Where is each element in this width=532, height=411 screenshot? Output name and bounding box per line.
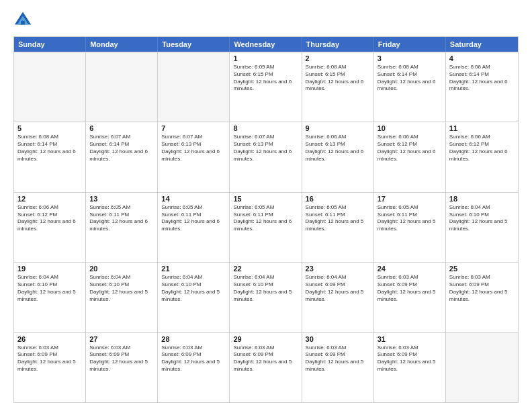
day-number: 23 [306,265,370,273]
calendar-cell [158,52,230,122]
weekday-header: Thursday [302,37,374,52]
day-number: 3 [378,54,442,62]
calendar-cell: 21Sunrise: 6:04 AM Sunset: 6:10 PM Dayli… [158,263,230,332]
calendar-cell: 30Sunrise: 6:03 AM Sunset: 6:09 PM Dayli… [302,333,374,402]
calendar-body: 1Sunrise: 6:09 AM Sunset: 6:15 PM Daylig… [14,52,518,402]
calendar-row: 12Sunrise: 6:06 AM Sunset: 6:12 PM Dayli… [14,192,518,262]
cell-info: Sunrise: 6:05 AM Sunset: 6:11 PM Dayligh… [233,204,298,233]
cell-info: Sunrise: 6:07 AM Sunset: 6:13 PM Dayligh… [233,134,298,163]
day-number: 27 [89,335,154,343]
calendar-cell: 11Sunrise: 6:06 AM Sunset: 6:12 PM Dayli… [446,122,518,191]
day-number: 16 [306,195,370,203]
calendar-cell: 16Sunrise: 6:05 AM Sunset: 6:11 PM Dayli… [302,193,374,262]
svg-rect-2 [21,21,25,25]
cell-info: Sunrise: 6:04 AM Sunset: 6:10 PM Dayligh… [161,274,226,303]
calendar-cell: 6Sunrise: 6:07 AM Sunset: 6:14 PM Daylig… [86,122,158,191]
cell-info: Sunrise: 6:05 AM Sunset: 6:11 PM Dayligh… [306,204,370,233]
cell-info: Sunrise: 6:04 AM Sunset: 6:10 PM Dayligh… [89,274,154,303]
calendar-cell: 18Sunrise: 6:04 AM Sunset: 6:10 PM Dayli… [446,193,518,262]
cell-info: Sunrise: 6:03 AM Sunset: 6:09 PM Dayligh… [89,345,154,373]
weekday-header: Tuesday [158,37,230,52]
day-number: 17 [378,195,442,203]
cell-info: Sunrise: 6:03 AM Sunset: 6:09 PM Dayligh… [161,345,226,373]
calendar-cell: 17Sunrise: 6:05 AM Sunset: 6:11 PM Dayli… [374,193,446,262]
day-number: 15 [233,195,298,203]
calendar-cell: 4Sunrise: 6:08 AM Sunset: 6:14 PM Daylig… [446,52,518,122]
calendar-row: 1Sunrise: 6:09 AM Sunset: 6:15 PM Daylig… [14,52,518,122]
day-number: 6 [89,124,154,132]
cell-info: Sunrise: 6:04 AM Sunset: 6:10 PM Dayligh… [233,274,298,303]
day-number: 7 [161,124,226,132]
cell-info: Sunrise: 6:05 AM Sunset: 6:11 PM Dayligh… [161,204,226,233]
day-number: 2 [306,54,370,62]
cell-info: Sunrise: 6:08 AM Sunset: 6:14 PM Dayligh… [449,64,515,93]
calendar-cell: 15Sunrise: 6:05 AM Sunset: 6:11 PM Dayli… [230,193,302,262]
calendar-cell: 23Sunrise: 6:04 AM Sunset: 6:09 PM Dayli… [302,263,374,332]
calendar-cell: 13Sunrise: 6:05 AM Sunset: 6:11 PM Dayli… [86,193,158,262]
calendar-cell: 7Sunrise: 6:07 AM Sunset: 6:13 PM Daylig… [158,122,230,191]
cell-info: Sunrise: 6:07 AM Sunset: 6:14 PM Dayligh… [89,134,154,163]
cell-info: Sunrise: 6:06 AM Sunset: 6:12 PM Dayligh… [378,134,442,163]
cell-info: Sunrise: 6:08 AM Sunset: 6:14 PM Dayligh… [17,134,82,163]
day-number: 30 [306,335,370,343]
day-number: 9 [306,124,370,132]
calendar-cell: 5Sunrise: 6:08 AM Sunset: 6:14 PM Daylig… [14,122,86,191]
calendar-cell: 19Sunrise: 6:04 AM Sunset: 6:10 PM Dayli… [14,263,86,332]
day-number: 20 [89,265,154,273]
calendar-row: 26Sunrise: 6:03 AM Sunset: 6:09 PM Dayli… [14,332,518,402]
day-number: 28 [161,335,226,343]
cell-info: Sunrise: 6:04 AM Sunset: 6:09 PM Dayligh… [306,274,370,303]
cell-info: Sunrise: 6:08 AM Sunset: 6:14 PM Dayligh… [378,64,442,93]
cell-info: Sunrise: 6:03 AM Sunset: 6:09 PM Dayligh… [378,274,442,303]
day-number: 14 [161,195,226,203]
cell-info: Sunrise: 6:03 AM Sunset: 6:09 PM Dayligh… [17,345,82,373]
calendar-cell: 10Sunrise: 6:06 AM Sunset: 6:12 PM Dayli… [374,122,446,191]
calendar-cell: 3Sunrise: 6:08 AM Sunset: 6:14 PM Daylig… [374,52,446,122]
calendar-cell: 8Sunrise: 6:07 AM Sunset: 6:13 PM Daylig… [230,122,302,191]
calendar-cell: 29Sunrise: 6:03 AM Sunset: 6:09 PM Dayli… [230,333,302,402]
calendar-cell: 14Sunrise: 6:05 AM Sunset: 6:11 PM Dayli… [158,193,230,262]
weekday-header: Monday [86,37,158,52]
cell-info: Sunrise: 6:05 AM Sunset: 6:11 PM Dayligh… [378,204,442,233]
calendar-cell: 20Sunrise: 6:04 AM Sunset: 6:10 PM Dayli… [86,263,158,332]
weekday-header: Friday [374,37,446,52]
day-number: 10 [378,124,442,132]
cell-info: Sunrise: 6:09 AM Sunset: 6:15 PM Dayligh… [233,64,298,93]
cell-info: Sunrise: 6:05 AM Sunset: 6:11 PM Dayligh… [89,204,154,233]
day-number: 12 [17,195,82,203]
cell-info: Sunrise: 6:03 AM Sunset: 6:09 PM Dayligh… [306,345,370,373]
day-number: 22 [233,265,298,273]
cell-info: Sunrise: 6:08 AM Sunset: 6:15 PM Dayligh… [306,64,370,93]
calendar: SundayMondayTuesdayWednesdayThursdayFrid… [13,36,519,403]
calendar-header: SundayMondayTuesdayWednesdayThursdayFrid… [14,37,518,52]
cell-info: Sunrise: 6:07 AM Sunset: 6:13 PM Dayligh… [161,134,226,163]
weekday-header: Sunday [14,37,86,52]
day-number: 1 [233,54,298,62]
cell-info: Sunrise: 6:06 AM Sunset: 6:12 PM Dayligh… [17,204,82,233]
day-number: 5 [17,124,82,132]
cell-info: Sunrise: 6:04 AM Sunset: 6:10 PM Dayligh… [17,274,82,303]
day-number: 29 [233,335,298,343]
cell-info: Sunrise: 6:06 AM Sunset: 6:12 PM Dayligh… [449,134,515,163]
calendar-cell: 22Sunrise: 6:04 AM Sunset: 6:10 PM Dayli… [230,263,302,332]
day-number: 24 [378,265,442,273]
weekday-header: Wednesday [230,37,302,52]
day-number: 19 [17,265,82,273]
cell-info: Sunrise: 6:04 AM Sunset: 6:10 PM Dayligh… [449,204,515,233]
calendar-cell [14,52,86,122]
weekday-header: Saturday [446,37,518,52]
day-number: 18 [449,195,515,203]
calendar-cell: 1Sunrise: 6:09 AM Sunset: 6:15 PM Daylig… [230,52,302,122]
cell-info: Sunrise: 6:03 AM Sunset: 6:09 PM Dayligh… [233,345,298,373]
calendar-cell: 12Sunrise: 6:06 AM Sunset: 6:12 PM Dayli… [14,193,86,262]
calendar-cell: 27Sunrise: 6:03 AM Sunset: 6:09 PM Dayli… [86,333,158,402]
day-number: 11 [449,124,515,132]
day-number: 25 [449,265,515,273]
calendar-cell: 9Sunrise: 6:06 AM Sunset: 6:13 PM Daylig… [302,122,374,191]
calendar-cell [86,52,158,122]
calendar-cell: 26Sunrise: 6:03 AM Sunset: 6:09 PM Dayli… [14,333,86,402]
calendar-cell: 2Sunrise: 6:08 AM Sunset: 6:15 PM Daylig… [302,52,374,122]
calendar-cell [446,333,518,402]
calendar-cell: 25Sunrise: 6:03 AM Sunset: 6:09 PM Dayli… [446,263,518,332]
cell-info: Sunrise: 6:03 AM Sunset: 6:09 PM Dayligh… [449,274,515,303]
